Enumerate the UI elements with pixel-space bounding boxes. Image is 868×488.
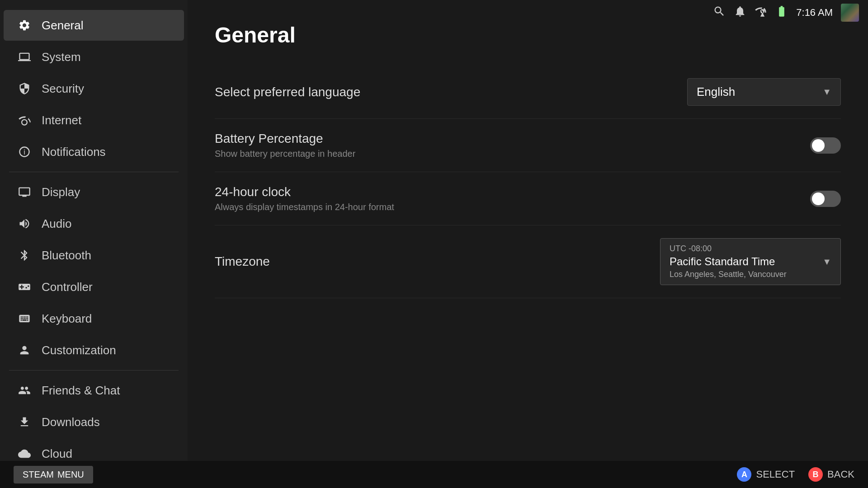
language-value: English [697,85,735,99]
setting-battery: Battery Percentage Show battery percenta… [215,119,841,172]
sidebar: General System Security Internet i [0,0,188,488]
menu-label: MENU [57,469,84,480]
battery-icon [775,5,788,20]
24hour-toggle[interactable] [810,191,841,207]
display-icon [17,185,32,199]
timezone-dropdown-arrow-icon: ▼ [822,257,831,267]
sidebar-item-label-general: General [42,19,84,33]
timezone-utc: UTC -08:00 [670,244,831,253]
controller-icon [17,280,32,294]
system-icon [17,50,32,64]
cloud-icon [17,446,32,461]
setting-timezone-label: Timezone [215,254,270,269]
sidebar-item-general[interactable]: General [4,10,184,41]
timezone-cities: Los Angeles, Seattle, Vancouver [670,270,831,279]
sidebar-item-label-friends: Friends & Chat [42,384,120,398]
avatar[interactable] [841,4,859,22]
setting-24hour-labels: 24-hour clock Always display timestamps … [215,185,394,212]
sidebar-item-notifications[interactable]: i Notifications [4,136,184,167]
sidebar-item-label-display: Display [42,185,80,199]
setting-battery-labels: Battery Percentage Show battery percenta… [215,131,355,159]
sidebar-item-display[interactable]: Display [4,177,184,207]
bottom-bar: STEAM MENU A SELECT B BACK [0,461,868,488]
steam-label: STEAM [23,469,54,480]
sidebar-item-internet[interactable]: Internet [4,105,184,136]
toggle-knob-battery [812,139,825,152]
sidebar-item-label-security: Security [42,82,84,96]
sidebar-item-audio[interactable]: Audio [4,208,184,239]
top-bar: 7:16 AM [713,0,868,25]
sidebar-item-friends[interactable]: Friends & Chat [4,375,184,406]
sidebar-item-keyboard[interactable]: Keyboard [4,303,184,334]
btn-b-icon: B [808,467,823,482]
timezone-name: Pacific Standard Time [670,255,775,268]
svg-text:i: i [24,148,25,156]
btn-a-icon: A [737,467,751,482]
downloads-icon [17,415,32,429]
divider-1 [9,172,179,172]
sidebar-item-label-system: System [42,50,81,64]
action-back: B BACK [808,467,854,482]
sidebar-item-label-customization: Customization [42,343,116,357]
content-area: General Select preferred language Englis… [188,0,868,488]
time-display: 7:16 AM [796,7,833,19]
dropdown-arrow-icon: ▼ [822,87,831,97]
broadcast-icon[interactable] [755,5,767,20]
action-select-label: SELECT [756,469,795,480]
sidebar-item-label-notifications: Notifications [42,145,106,159]
setting-timezone: Timezone UTC -08:00 Pacific Standard Tim… [215,225,841,298]
sidebar-item-bluetooth[interactable]: Bluetooth [4,240,184,271]
friends-icon [17,383,32,398]
language-dropdown[interactable]: English ▼ [687,78,841,106]
main-layout: General System Security Internet i [0,0,868,488]
action-select: A SELECT [737,467,795,482]
timezone-top-row: Pacific Standard Time ▼ [670,255,831,268]
sidebar-item-label-audio: Audio [42,217,72,231]
sidebar-item-label-bluetooth: Bluetooth [42,249,91,263]
sidebar-item-customization[interactable]: Customization [4,335,184,366]
toggle-knob-24hour [812,192,825,205]
action-back-label: BACK [827,469,854,480]
bottom-actions: A SELECT B BACK [737,467,854,482]
notifications-icon: i [17,145,32,159]
bluetooth-icon [17,248,32,263]
sidebar-item-label-internet: Internet [42,113,81,127]
setting-language-label: Select preferred language [215,85,360,99]
steam-menu-button[interactable]: STEAM MENU [14,466,93,483]
gear-icon [17,18,32,33]
sidebar-item-label-controller: Controller [42,280,93,294]
search-icon[interactable] [713,5,726,20]
customization-icon [17,343,32,357]
sidebar-item-downloads[interactable]: Downloads [4,407,184,437]
page-title: General [215,23,841,47]
sidebar-item-security[interactable]: Security [4,73,184,104]
notification-icon[interactable] [734,5,746,20]
divider-2 [9,370,179,371]
keyboard-icon [17,311,32,326]
security-icon [17,81,32,96]
timezone-dropdown[interactable]: UTC -08:00 Pacific Standard Time ▼ Los A… [660,238,841,285]
sidebar-item-system[interactable]: System [4,42,184,72]
internet-icon [17,113,32,127]
setting-24hour: 24-hour clock Always display timestamps … [215,172,841,225]
battery-toggle[interactable] [810,137,841,154]
sidebar-item-label-downloads: Downloads [42,415,100,429]
setting-language: Select preferred language English ▼ [215,66,841,119]
sidebar-item-label-keyboard: Keyboard [42,312,92,326]
audio-icon [17,216,32,231]
sidebar-item-label-cloud: Cloud [42,447,72,461]
sidebar-item-controller[interactable]: Controller [4,272,184,302]
